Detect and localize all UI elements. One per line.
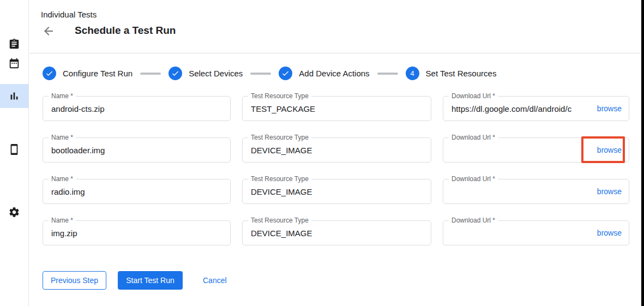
calendar-icon xyxy=(8,57,20,69)
download-url-field[interactable]: Download Url * browse xyxy=(443,220,629,245)
arrow-back-icon xyxy=(42,25,55,38)
field-value: DEVICE_IMAGE xyxy=(251,179,425,204)
screen-edge-strip xyxy=(641,0,644,306)
back-button[interactable] xyxy=(42,25,55,38)
field-value: bootloader.img xyxy=(51,138,225,163)
browse-link[interactable]: browse xyxy=(597,221,622,245)
name-field[interactable]: Name * radio.img xyxy=(43,179,231,204)
field-label: Download Url * xyxy=(449,175,498,183)
resource-type-field[interactable]: Test Resource Type DEVICE_IMAGE xyxy=(242,179,431,204)
sidebar-item-settings[interactable] xyxy=(0,200,28,224)
field-label: Download Url * xyxy=(449,217,498,224)
step-done-circle xyxy=(43,67,56,80)
step-number: 4 xyxy=(410,69,414,77)
step-add-device-actions[interactable]: Add Device Actions xyxy=(279,67,369,80)
check-icon xyxy=(281,69,290,77)
page-title: Schedule a Test Run xyxy=(75,25,176,37)
resource-type-field[interactable]: Test Resource Type DEVICE_IMAGE xyxy=(242,220,431,245)
download-url-field[interactable]: Download Url * browse xyxy=(443,137,629,163)
sidebar xyxy=(0,0,29,306)
bar-chart-icon xyxy=(8,90,20,102)
step-connector xyxy=(140,73,161,75)
breadcrumb: Individual Tests xyxy=(41,10,97,19)
step-done-circle xyxy=(168,67,182,80)
step-configure-test-run[interactable]: Configure Test Run xyxy=(43,67,133,80)
step-done-circle xyxy=(279,67,292,80)
field-value: DEVICE_IMAGE xyxy=(251,138,425,163)
header-divider xyxy=(29,53,641,53)
download-url-field[interactable]: Download Url * browse xyxy=(443,179,629,204)
step-connector xyxy=(377,73,398,75)
name-field[interactable]: Name * bootloader.img xyxy=(43,137,231,163)
field-value: DEVICE_IMAGE xyxy=(251,221,425,245)
smartphone-icon xyxy=(8,143,20,155)
gear-icon xyxy=(8,206,20,218)
step-select-devices[interactable]: Select Devices xyxy=(168,67,243,80)
field-value: TEST_PACKAGE xyxy=(251,97,425,121)
previous-step-button[interactable]: Previous Step xyxy=(43,271,106,290)
browse-link[interactable]: browse xyxy=(597,97,622,121)
step-label: Add Device Actions xyxy=(299,69,369,78)
field-value: https://dl.google.com/dl/android/c xyxy=(452,97,589,121)
action-bar: Previous Step Start Test Run Cancel xyxy=(43,271,227,290)
step-label: Select Devices xyxy=(189,69,243,78)
step-label: Configure Test Run xyxy=(63,69,133,78)
step-number-circle: 4 xyxy=(406,67,419,80)
check-icon xyxy=(171,69,179,77)
download-url-field[interactable]: Download Url * https://dl.google.com/dl/… xyxy=(443,96,629,121)
sidebar-item-devices[interactable] xyxy=(0,137,28,161)
name-field[interactable]: Name * img.zip xyxy=(43,220,231,245)
test-resources-form: Name * android-cts.zip Test Resource Typ… xyxy=(43,96,629,245)
resource-type-field[interactable]: Test Resource Type DEVICE_IMAGE xyxy=(242,137,431,163)
field-value: img.zip xyxy=(51,221,225,245)
step-set-test-resources[interactable]: 4 Set Test Resources xyxy=(406,67,497,80)
step-connector xyxy=(250,73,271,75)
cancel-button[interactable]: Cancel xyxy=(203,276,227,285)
start-test-run-button[interactable]: Start Test Run xyxy=(118,271,183,290)
sidebar-item-analytics[interactable] xyxy=(0,84,28,108)
field-value: radio.img xyxy=(51,179,225,204)
clipboard-tasks-icon xyxy=(8,38,20,50)
name-field[interactable]: Name * android-cts.zip xyxy=(43,96,231,121)
step-label: Set Test Resources xyxy=(426,69,497,78)
resource-type-field[interactable]: Test Resource Type TEST_PACKAGE xyxy=(242,96,431,121)
sidebar-item-schedule[interactable] xyxy=(0,51,28,75)
browse-link[interactable]: browse xyxy=(597,138,622,163)
field-label: Download Url * xyxy=(449,134,498,141)
browse-link[interactable]: browse xyxy=(597,179,622,204)
field-value: android-cts.zip xyxy=(51,97,225,121)
check-icon xyxy=(45,69,53,77)
stepper: Configure Test Run Select Devices Add De… xyxy=(43,67,496,80)
